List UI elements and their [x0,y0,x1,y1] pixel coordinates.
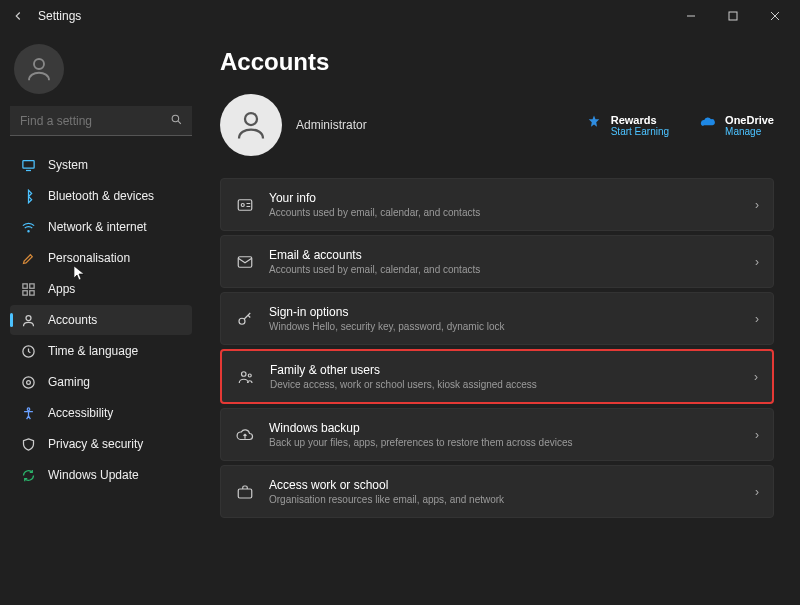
search-box[interactable] [10,106,192,136]
card-sub: Back up your files, apps, preferences to… [269,437,741,448]
nav-label: Windows Update [48,468,139,482]
svg-rect-22 [238,256,252,267]
svg-rect-12 [22,290,26,294]
your-info-icon [235,196,255,214]
card-signin-options[interactable]: Sign-in optionsWindows Hello, security k… [220,292,774,345]
backup-icon [235,426,255,444]
nav-label: Time & language [48,344,138,358]
svg-rect-20 [238,199,252,210]
svg-point-14 [26,315,31,320]
card-windows-backup[interactable]: Windows backupBack up your files, apps, … [220,408,774,461]
rewards-icon [585,114,603,132]
promo-sub: Manage [725,126,774,137]
apps-icon [20,281,36,297]
nav-label: Bluetooth & devices [48,189,154,203]
card-title: Sign-in options [269,305,741,319]
svg-point-23 [239,318,245,324]
nav-accessibility[interactable]: Accessibility [10,398,192,428]
card-sub: Device access, work or school users, kio… [270,379,740,390]
account-header: Administrator RewardsStart Earning OneDr… [220,94,774,156]
svg-point-21 [241,203,244,206]
card-email-accounts[interactable]: Email & accountsAccounts used by email, … [220,235,774,288]
card-family-other-users[interactable]: Family & other usersDevice access, work … [220,349,774,404]
back-button[interactable] [4,9,32,23]
svg-point-18 [27,407,30,410]
nav-label: System [48,158,88,172]
promo-onedrive[interactable]: OneDriveManage [699,114,774,137]
card-title: Your info [269,191,741,205]
promo-rewards[interactable]: RewardsStart Earning [585,114,669,137]
system-icon [20,157,36,173]
nav-label: Gaming [48,375,90,389]
briefcase-icon [235,483,255,501]
card-your-info[interactable]: Your infoAccounts used by email, calenda… [220,178,774,231]
titlebar: Settings [0,0,800,32]
card-title: Access work or school [269,478,741,492]
chevron-right-icon: › [754,370,758,384]
person-icon [20,312,36,328]
onedrive-icon [699,114,717,132]
svg-point-24 [242,371,247,376]
user-avatar[interactable] [14,44,64,94]
nav-gaming[interactable]: Gaming [10,367,192,397]
minimize-button[interactable] [670,0,712,32]
nav-label: Apps [48,282,75,296]
nav-accounts[interactable]: Accounts [10,305,192,335]
chevron-right-icon: › [755,255,759,269]
card-sub: Accounts used by email, calendar, and co… [269,264,741,275]
svg-point-5 [172,115,179,122]
mail-icon [235,253,255,271]
nav-label: Network & internet [48,220,147,234]
close-button[interactable] [754,0,796,32]
promo-sub: Start Earning [611,126,669,137]
window-controls [670,0,796,32]
nav-network[interactable]: Network & internet [10,212,192,242]
svg-point-19 [245,113,257,125]
card-sub: Organisation resources like email, apps,… [269,494,741,505]
promos: RewardsStart Earning OneDriveManage [585,114,774,137]
nav-personalisation[interactable]: Personalisation [10,243,192,273]
nav-apps[interactable]: Apps [10,274,192,304]
family-icon [236,368,256,386]
sidebar: System Bluetooth & devices Network & int… [0,32,200,605]
card-sub: Accounts used by email, calendar, and co… [269,207,741,218]
svg-rect-1 [729,12,737,20]
card-sub: Windows Hello, security key, password, d… [269,321,741,332]
card-work-school[interactable]: Access work or schoolOrganisation resour… [220,465,774,518]
card-title: Email & accounts [269,248,741,262]
nav: System Bluetooth & devices Network & int… [10,150,192,490]
svg-point-4 [34,59,44,69]
bluetooth-icon [20,188,36,204]
svg-rect-7 [22,160,33,168]
accessibility-icon [20,405,36,421]
nav-label: Privacy & security [48,437,143,451]
nav-privacy[interactable]: Privacy & security [10,429,192,459]
nav-system[interactable]: System [10,150,192,180]
key-icon [235,310,255,328]
chevron-right-icon: › [755,198,759,212]
nav-time-language[interactable]: Time & language [10,336,192,366]
window-title: Settings [38,9,81,23]
brush-icon [20,250,36,266]
nav-bluetooth[interactable]: Bluetooth & devices [10,181,192,211]
search-icon [170,113,183,129]
clock-icon [20,343,36,359]
svg-rect-13 [29,290,33,294]
wifi-icon [20,219,36,235]
svg-rect-10 [22,283,26,287]
maximize-button[interactable] [712,0,754,32]
search-input[interactable] [20,114,170,128]
svg-point-17 [26,380,30,384]
svg-line-6 [178,121,181,124]
account-name: Administrator [296,118,367,132]
svg-point-16 [22,376,33,387]
shield-icon [20,436,36,452]
account-avatar[interactable] [220,94,282,156]
svg-point-9 [27,230,28,231]
main-content: Accounts Administrator RewardsStart Earn… [200,32,800,605]
card-title: Windows backup [269,421,741,435]
promo-title: OneDrive [725,114,774,126]
svg-rect-26 [238,489,252,498]
gaming-icon [20,374,36,390]
nav-windows-update[interactable]: Windows Update [10,460,192,490]
